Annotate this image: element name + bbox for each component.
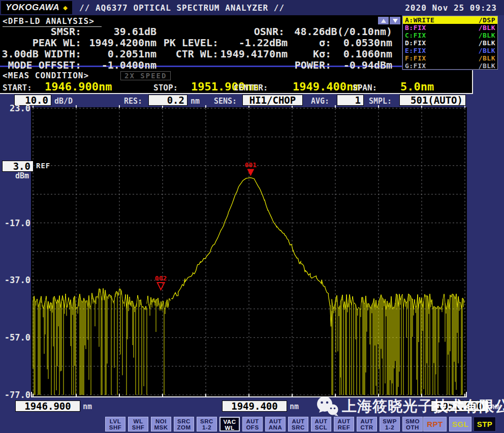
analysis-field-value: 39.61dB xyxy=(114,25,156,38)
y-axis-label: -17.0 xyxy=(5,218,30,228)
down-arrow-icon xyxy=(393,19,398,23)
trace-mode: /DSP xyxy=(479,16,495,24)
scroll-down-button[interactable] xyxy=(390,17,400,24)
trace-row-d[interactable]: D:FIX/BLK xyxy=(403,39,497,47)
trace-mode: /BLK xyxy=(479,32,495,39)
softkey-aut-ref[interactable]: AUTREF xyxy=(334,417,354,431)
dfb-ld-analysis-panel: <DFB-LD ANALYSIS> SMSR:39.61dBOSNR:48.26… xyxy=(0,15,402,70)
analysis-field-value: 1949.4200nm xyxy=(89,37,156,49)
softkey-src-zom[interactable]: SRCZOM xyxy=(174,417,194,431)
ref-line-label: REF xyxy=(36,162,50,170)
analysis-field-label: POWER: xyxy=(295,59,331,71)
resolution-field[interactable]: 0.2 xyxy=(148,95,187,106)
average-field[interactable]: 1 xyxy=(337,95,364,106)
y-axis-label: 23.0 xyxy=(10,103,30,113)
analysis-field-value: -1.22dBm xyxy=(239,37,288,49)
softkey-noi-msk[interactable]: NOIMSK xyxy=(151,417,171,431)
meas-field-label: CENTER: xyxy=(234,83,268,92)
average-label: AVG: xyxy=(311,97,329,106)
marker-label: 002 xyxy=(155,274,167,282)
softkey-wl-shf[interactable]: WLSHF xyxy=(128,417,148,431)
sweep-speed-badge: 2X SPEED xyxy=(120,71,171,80)
softkey-smo-oth[interactable]: SMOOTH xyxy=(402,417,423,431)
meas-field-value: 5.0nm xyxy=(400,80,434,93)
trace-row-g[interactable]: G:FIX/BLK xyxy=(403,62,497,70)
meas-field-label: SPAN: xyxy=(353,83,377,92)
trace-row-c[interactable]: C:FIX/BLK xyxy=(403,32,497,39)
y-axis-label: -57.0 xyxy=(5,332,30,343)
x-start-unit: nm xyxy=(83,402,92,411)
watermark: 上海筱晓光子技术有限公司 xyxy=(316,395,504,418)
wechat-icon xyxy=(316,396,339,417)
analysis-field-value: 0.1060nm xyxy=(343,48,392,60)
sampling-field[interactable]: 501(AUTO) xyxy=(399,95,466,106)
meas-field-value: 1949.400nm xyxy=(293,80,360,93)
softkey-aut-ctr[interactable]: AUTCTR xyxy=(357,417,377,431)
meas-field-value: 1946.900nm xyxy=(45,80,112,93)
y-axis-label: -77.0 xyxy=(5,390,30,400)
trace-row-a[interactable]: A:WRITE/DSP xyxy=(403,16,497,24)
x-start-field[interactable]: 1946.900 xyxy=(15,400,80,412)
softkey-swp-1-2[interactable]: SWP1-2 xyxy=(380,417,400,431)
trace-mode: /BLK xyxy=(479,54,495,62)
analysis-field-label: MODE OFFSET: xyxy=(8,59,82,71)
softkey-stp[interactable]: STP xyxy=(474,417,496,431)
softkey-lvl-shf[interactable]: LVLSHF xyxy=(105,417,125,431)
trace-row-f[interactable]: F:FIX/BLK xyxy=(403,54,497,62)
analysis-field-label: 3.00dB WIDTH: xyxy=(2,48,81,60)
trace-row-e[interactable]: E:FIX/BLK xyxy=(403,47,497,54)
trace-name: E:FIX xyxy=(405,47,426,54)
level-scale-unit: dB/D xyxy=(54,97,73,106)
softkey-vac-wl[interactable]: VACWL xyxy=(219,417,240,431)
settings-row: 10.0 dB/D RES: 0.2 nm SENS: HI1/CHOP AVG… xyxy=(0,94,504,108)
analysis-field-label: SMSR: xyxy=(51,25,81,38)
meas-field-label: START: xyxy=(3,83,32,92)
resolution-label: RES: xyxy=(124,97,142,106)
y-axis-label: -37.0 xyxy=(5,275,30,285)
trace-status-panel: A:WRITE/DSPB:FIX/BLKC:FIX/BLKD:FIX/BLKE:… xyxy=(402,16,498,70)
analysis-field-label: σ: xyxy=(319,37,331,49)
analysis-field-value: -1.0400nm xyxy=(102,59,156,71)
scroll-up-button[interactable] xyxy=(378,17,389,24)
trace-row-b[interactable]: B:FIX/BLK xyxy=(403,24,497,32)
trace-name: G:FIX xyxy=(405,62,426,70)
analysis-field-value: 48.26dB(/0.10nm) xyxy=(294,25,392,38)
softkey-rpt[interactable]: RPT xyxy=(423,417,447,431)
analysis-field-label: PK LEVEL: xyxy=(164,37,218,49)
trace-name: A:WRITE xyxy=(405,16,434,24)
trace-mode: /BLK xyxy=(479,62,495,70)
meas-condition-panel: <MEAS CONDITION> 2X SPEED START:1946.900… xyxy=(0,70,473,94)
analysis-field-label: CTR WL: xyxy=(176,48,218,60)
analysis-field-value: 0.2051nm xyxy=(108,48,156,60)
sampling-label: SMPL: xyxy=(369,97,392,106)
softkey-bar: LVLSHFWLSHFNOIMSKSRCZOMSRC1-2VACWLAUTOFS… xyxy=(0,416,504,433)
watermark-text: 上海筱晓光子技术有限公司 xyxy=(342,396,504,417)
meas-condition-title: <MEAS CONDITION> xyxy=(3,71,89,80)
up-arrow-icon xyxy=(381,19,386,23)
analysis-field-value: 1949.4170nm xyxy=(220,48,288,60)
analysis-field-label: PEAK WL: xyxy=(33,37,81,49)
ref-level-field[interactable]: 3.0 xyxy=(2,161,34,172)
trace-mode: /BLK xyxy=(479,24,495,32)
marker-label: 001 xyxy=(245,161,257,169)
softkey-aut-ofs[interactable]: AUTOFS xyxy=(242,417,263,431)
x-center-unit: nm xyxy=(290,402,299,411)
ref-unit-label: dBm xyxy=(15,171,29,180)
softkey-aut-src[interactable]: AUTSRC xyxy=(288,417,308,431)
analysis-field-label: OSNR: xyxy=(254,25,285,38)
softkey-sgl[interactable]: SGL xyxy=(449,417,471,431)
analysis-field-label: Kσ: xyxy=(313,48,331,60)
analysis-field-value: 0.0530nm xyxy=(343,37,392,49)
softkey-aut-ana[interactable]: AUTANA xyxy=(265,417,286,431)
x-center-field[interactable]: 1949.400 xyxy=(222,400,287,412)
softkey-aut-scl[interactable]: AUTSCL xyxy=(311,417,331,431)
resolution-unit: nm xyxy=(191,97,200,106)
trace-name: B:FIX xyxy=(405,24,426,32)
trace-name: C:FIX xyxy=(405,32,426,39)
sensitivity-field[interactable]: HI1/CHOP xyxy=(242,95,303,106)
trace-mode: /BLK xyxy=(479,39,495,47)
osa-screen: YOKOGAWA ◆ // AQ6377 OPTICAL SPECTRUM AN… xyxy=(0,0,504,433)
sensitivity-label: SENS: xyxy=(214,97,237,106)
meas-field-label: STOP: xyxy=(153,83,178,92)
softkey-src-1-2[interactable]: SRC1-2 xyxy=(197,417,217,431)
